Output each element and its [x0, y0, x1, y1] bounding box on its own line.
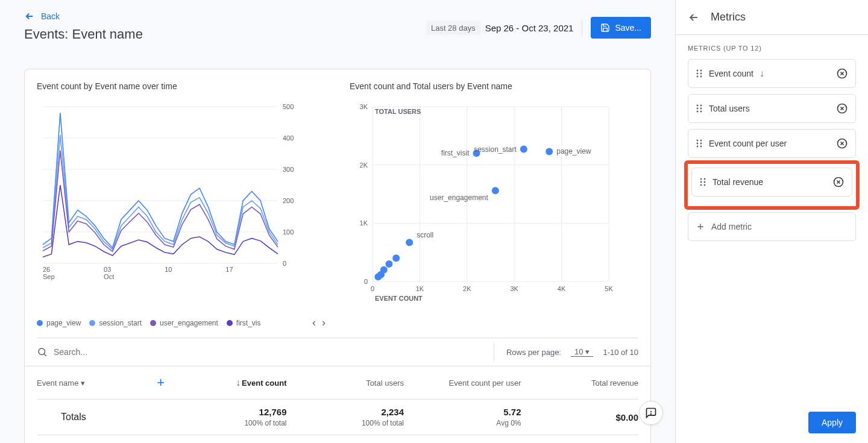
svg-text:03: 03: [104, 266, 111, 273]
svg-text:TOTAL USERS: TOTAL USERS: [375, 108, 421, 115]
back-label: Back: [41, 11, 60, 21]
feedback-icon: [645, 407, 657, 419]
svg-text:1K: 1K: [416, 285, 424, 292]
metric-pill[interactable]: Event count↓: [688, 59, 856, 88]
add-dimension-button[interactable]: +: [157, 375, 165, 391]
svg-text:100: 100: [283, 228, 294, 236]
metric-pill[interactable]: Total users: [688, 94, 856, 123]
arrow-left-icon: [24, 11, 35, 22]
legend-dot: [227, 320, 233, 326]
col-total-users[interactable]: Total users: [287, 379, 404, 388]
svg-point-83: [700, 184, 702, 186]
legend-item[interactable]: session_start: [89, 319, 142, 327]
remove-icon[interactable]: [836, 68, 848, 80]
remove-icon[interactable]: [836, 137, 848, 149]
svg-text:user_engagement: user_engagement: [430, 193, 488, 202]
table-search[interactable]: [37, 343, 494, 361]
col-per-user[interactable]: Event count per user: [404, 379, 521, 388]
svg-text:300: 300: [283, 166, 294, 173]
svg-point-62: [697, 76, 699, 78]
svg-point-82: [704, 181, 706, 183]
metrics-sidebar: Metrics METRICS (UP TO 12) Event count↓T…: [675, 0, 868, 443]
report-card: Event count by Event name over time 0100…: [24, 69, 651, 443]
save-button[interactable]: Save...: [591, 17, 651, 39]
svg-point-66: [700, 105, 702, 107]
svg-text:page_view: page_view: [556, 147, 591, 156]
drag-handle-icon: [699, 177, 706, 187]
svg-point-79: [700, 178, 702, 180]
svg-text:scroll: scroll: [417, 231, 433, 239]
svg-point-59: [700, 70, 702, 72]
table-row[interactable]: 1page_view 3,740 2,219 1.69 $0.00: [37, 435, 638, 443]
col-event-name[interactable]: Event name ▾: [37, 379, 85, 388]
svg-point-58: [697, 70, 699, 72]
svg-point-46: [406, 239, 413, 246]
svg-point-81: [700, 181, 702, 183]
table-header: Event name ▾ + ↓Event count Total users …: [37, 366, 638, 400]
sort-indicator-icon: ↓: [760, 68, 764, 79]
svg-text:session_start: session_start: [474, 145, 517, 154]
back-link[interactable]: Back: [24, 11, 60, 22]
legend-prev[interactable]: ‹: [312, 316, 316, 329]
legend-item[interactable]: first_vis: [227, 319, 261, 327]
drag-handle-icon: [696, 139, 703, 148]
add-metric-button[interactable]: Add metric: [688, 212, 856, 241]
date-prefix: Last 28 days: [426, 21, 480, 35]
feedback-button[interactable]: [639, 401, 663, 425]
legend-dot: [89, 320, 95, 326]
svg-text:EVENT COUNT: EVENT COUNT: [375, 295, 423, 302]
date-range-picker[interactable]: Last 28 days Sep 26 - Oct 23, 2021: [426, 21, 573, 35]
svg-point-60: [697, 73, 699, 75]
dropdown-icon: ▾: [585, 347, 590, 356]
svg-text:10: 10: [165, 266, 172, 273]
svg-point-54: [374, 273, 382, 280]
legend-dot: [37, 320, 43, 326]
remove-icon[interactable]: [836, 102, 848, 115]
svg-text:4K: 4K: [558, 285, 566, 292]
svg-point-50: [392, 254, 400, 262]
svg-point-48: [520, 146, 527, 153]
search-icon: [37, 347, 48, 357]
arrow-back-icon[interactable]: [688, 11, 700, 24]
table-row-totals: Totals 12,769100% of total 2,234100% of …: [37, 400, 638, 435]
svg-point-74: [697, 143, 699, 145]
col-event-count[interactable]: ↓Event count: [169, 377, 287, 388]
legend-item[interactable]: page_view: [37, 319, 81, 327]
svg-text:first_visit: first_visit: [441, 149, 470, 157]
svg-text:2K: 2K: [360, 162, 368, 169]
svg-text:2K: 2K: [463, 285, 471, 292]
legend-next[interactable]: ›: [322, 316, 326, 329]
svg-text:3K: 3K: [510, 285, 518, 292]
metric-pill[interactable]: Total revenue: [691, 168, 852, 196]
page-title: Events: Event name: [24, 27, 143, 42]
remove-icon[interactable]: [832, 176, 844, 188]
separator: [582, 20, 582, 36]
svg-text:0: 0: [371, 285, 374, 292]
save-icon: [600, 23, 610, 33]
scatter-chart-title: Event count and Total users by Event nam…: [350, 81, 638, 91]
line-chart-title: Event count by Event name over time: [37, 81, 326, 91]
save-label: Save...: [615, 23, 641, 33]
svg-point-44: [492, 187, 499, 194]
metric-pill[interactable]: Event count per user: [688, 129, 856, 158]
drag-handle-icon: [696, 104, 703, 113]
svg-text:500: 500: [283, 103, 294, 110]
rows-per-page-select[interactable]: 10 ▾: [571, 347, 593, 357]
svg-point-51: [385, 260, 392, 268]
drag-handle-icon: [696, 69, 703, 78]
page-info: 1-10 of 10: [603, 348, 638, 357]
svg-point-76: [697, 146, 699, 148]
scatter-chart[interactable]: 01K2K3K4K5K01K2K3KTOTAL USERSEVENT COUNT…: [350, 101, 638, 312]
line-chart[interactable]: 010020030040050026Sep03Oct1017: [37, 101, 326, 312]
svg-point-84: [704, 184, 706, 186]
legend-item[interactable]: user_engagement: [150, 319, 218, 327]
svg-text:26: 26: [43, 266, 50, 273]
svg-point-61: [700, 73, 702, 75]
apply-button[interactable]: Apply: [808, 412, 856, 433]
rows-per-page-label: Rows per page:: [506, 348, 561, 357]
svg-point-75: [700, 143, 702, 145]
search-input[interactable]: [54, 347, 494, 357]
svg-text:0: 0: [283, 260, 286, 267]
col-revenue[interactable]: Total revenue: [521, 379, 639, 388]
svg-point-80: [704, 178, 706, 180]
